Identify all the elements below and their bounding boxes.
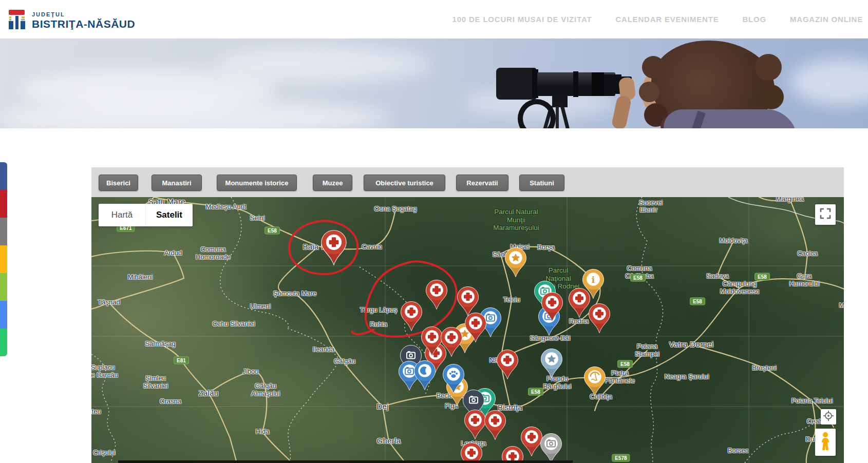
map-type-harta[interactable]: Hartă	[99, 204, 146, 226]
map-canvas[interactable]: Satu MareMedieşu AuritSeiniOcna ŞugatagC…	[91, 197, 844, 463]
social-share-button-4[interactable]	[0, 273, 7, 301]
map-pin-yellow-umbrella-icon[interactable]	[583, 366, 606, 400]
map-pin-red-plus-icon[interactable]	[320, 229, 347, 269]
map-pin-red-plus-icon[interactable]	[588, 303, 611, 337]
hair-curl	[639, 82, 659, 102]
map-pin-blue-moon-icon[interactable]	[413, 360, 436, 394]
map-pin-red-plus-icon[interactable]	[464, 312, 487, 346]
map-pin-red-plus-icon[interactable]	[460, 442, 483, 463]
nav-item-magazin[interactable]: MAGAZIN ONLINE	[790, 15, 863, 24]
social-share-button-0[interactable]	[0, 162, 7, 190]
filter-button-muzee[interactable]: Muzee	[313, 175, 352, 191]
main-nav: 100 DE LOCURI MUSAI DE VIZITAT CALENDAR …	[452, 0, 863, 38]
map-pin-red-plus-icon[interactable]	[484, 410, 506, 443]
hero-image	[0, 38, 868, 128]
filter-button-manastiri[interactable]: Manastiri	[152, 175, 202, 191]
logo-county-name: BISTRIŢA-NĂSĂUD	[32, 18, 135, 30]
nav-item-calendar[interactable]: CALENDAR EVENIMENTE	[615, 15, 719, 24]
map-type-control: Hartă Satelit	[99, 204, 193, 226]
my-location-icon	[823, 411, 834, 423]
hair-curl	[642, 56, 665, 79]
site-logo[interactable]: JUDEŢUL BISTRIŢA-NĂSĂUD	[7, 9, 135, 32]
social-share-button-6[interactable]	[0, 329, 7, 356]
map-pin-red-plus-icon[interactable]	[496, 349, 519, 383]
social-share-button-5[interactable]	[0, 301, 7, 329]
filter-button-monumente-istorice[interactable]: Monumente istorice	[217, 175, 297, 191]
filter-button-statiuni[interactable]: Statiuni	[519, 175, 564, 191]
filter-button-biserici[interactable]: Biserici	[99, 175, 138, 191]
social-share-button-2[interactable]	[0, 218, 7, 245]
filter-button-rezervatii[interactable]: Rezervatii	[456, 175, 508, 191]
map-pin-red-plus-icon[interactable]	[541, 292, 563, 325]
hair-curl	[755, 54, 782, 81]
tripod-head	[552, 95, 568, 107]
social-share-button-3[interactable]	[0, 245, 7, 273]
map-pin-red-plus-icon[interactable]	[400, 301, 423, 335]
map-filter-bar: BisericiManastiriMonumente istoriceMuzee…	[91, 167, 844, 197]
footer-edge	[118, 460, 573, 463]
map-pin-steel-star-icon[interactable]	[540, 348, 563, 382]
county-logo-icon	[7, 9, 27, 32]
cloud-shape	[791, 59, 868, 105]
map-pin-yellow-star-icon[interactable]	[504, 247, 527, 281]
telescope-ring	[573, 71, 578, 97]
nav-item-100-locuri[interactable]: 100 DE LOCURI MUSAI DE VIZITAT	[452, 15, 592, 24]
pegman-button[interactable]	[815, 429, 836, 456]
person-shoulder	[664, 109, 797, 128]
map-pin-blue-paw-icon[interactable]	[442, 363, 465, 397]
pegman-icon	[819, 432, 832, 453]
map-pin-red-plus-icon[interactable]	[440, 326, 463, 360]
site-header: JUDEŢUL BISTRIŢA-NĂSĂUD 100 DE LOCURI MU…	[0, 0, 868, 38]
logo-small-text: JUDEŢUL	[32, 11, 135, 17]
tripod-leg	[556, 106, 559, 128]
filter-button-obiective-turistice[interactable]: Obiective turistice	[364, 175, 445, 191]
map-pin-red-plus-icon[interactable]	[425, 279, 448, 313]
telescope-focus-ring	[592, 72, 604, 96]
social-share-bar	[0, 162, 7, 356]
svg-text:i: i	[592, 275, 595, 285]
map-pin-red-plus-icon[interactable]	[464, 409, 486, 443]
telescope-lens-hood	[496, 68, 536, 100]
nav-item-blog[interactable]: BLOG	[742, 15, 766, 24]
fullscreen-icon	[819, 207, 832, 222]
my-location-button[interactable]	[821, 409, 836, 425]
fullscreen-button[interactable]	[815, 204, 836, 225]
map-pin-gray-camera-icon[interactable]	[540, 433, 562, 463]
hair-curl	[759, 85, 784, 109]
cloud-shape	[216, 46, 431, 82]
map-type-satelit[interactable]: Satelit	[146, 204, 193, 226]
map-pin-red-plus-icon[interactable]	[568, 287, 591, 321]
social-share-button-1[interactable]	[0, 190, 7, 218]
